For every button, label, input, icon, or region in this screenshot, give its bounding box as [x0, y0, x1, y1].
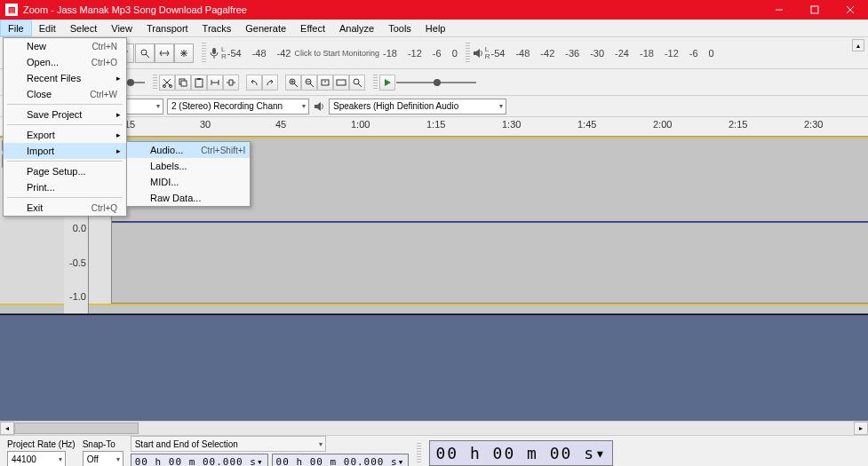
redo-icon[interactable]	[262, 75, 278, 91]
file-menu-item[interactable]: Import▸	[4, 143, 126, 159]
recording-meter[interactable]: -54-48-42 Click to Start Monitoring -18-…	[227, 48, 458, 59]
menu-select[interactable]: Select	[63, 20, 105, 36]
menubar: File Edit Select View Transport Tracks G…	[0, 20, 868, 37]
rec-channels-combo[interactable]: 2 (Stereo) Recording Chann	[167, 99, 309, 115]
lr-label: LR	[485, 46, 490, 60]
file-menu-item[interactable]: Recent Files▸	[4, 70, 126, 86]
close-button[interactable]	[832, 0, 868, 20]
selection-toolbar: Project Rate (Hz) 44100 Snap-To Off Star…	[0, 435, 868, 466]
file-menu-item[interactable]: Page Setup...	[4, 163, 126, 179]
svg-rect-11	[197, 78, 201, 80]
file-menu-item[interactable]: CloseCtrl+W	[4, 86, 126, 102]
import-submenu-dropdown: Audio...Ctrl+Shift+ILabels...MIDI...Raw …	[126, 141, 251, 207]
zoom-tool-icon[interactable]	[135, 43, 155, 63]
multi-tool-icon[interactable]	[174, 43, 194, 63]
vscroll-up-icon[interactable]: ▴	[852, 39, 864, 51]
zoom-in-icon[interactable]	[285, 75, 301, 91]
import-menu-item[interactable]: MIDI...	[127, 174, 250, 190]
window-title: Zoom - Jass Manak Mp3 Song Download Paga…	[23, 4, 761, 15]
menu-view[interactable]: View	[104, 20, 139, 36]
timeshift-tool-icon[interactable]	[155, 43, 174, 63]
scroll-thumb[interactable]	[14, 423, 139, 434]
menu-effect[interactable]: Effect	[293, 20, 332, 36]
menu-help[interactable]: Help	[418, 20, 453, 36]
svg-rect-15	[337, 80, 346, 85]
zoom-toggle-icon[interactable]	[349, 75, 365, 91]
file-menu-item[interactable]: Export▸	[4, 127, 126, 143]
svg-rect-10	[195, 79, 203, 87]
play-speed-slider[interactable]	[396, 82, 476, 83]
svg-rect-9	[181, 81, 187, 86]
empty-tracks-area[interactable]	[0, 314, 868, 421]
import-menu-item[interactable]: Raw Data...	[127, 190, 250, 206]
grip[interactable]	[153, 75, 157, 90]
project-rate-label: Project Rate (Hz)	[7, 439, 76, 449]
zoom-sel-icon[interactable]	[317, 75, 333, 91]
rec-meter-hint[interactable]: Click to Start Monitoring	[295, 49, 380, 58]
zoom-out-icon[interactable]	[301, 75, 317, 91]
toolbar-row1: LR -54-48-42 Click to Start Monitoring -…	[0, 37, 868, 69]
playback-device-combo[interactable]: Speakers (High Definition Audio	[329, 99, 506, 115]
titlebar: ▤ Zoom - Jass Manak Mp3 Song Download Pa…	[0, 0, 868, 20]
undo-icon[interactable]	[246, 75, 262, 91]
speaker-icon	[313, 100, 325, 113]
mic-icon	[208, 47, 220, 59]
toolbar-row2: ▴	[0, 69, 868, 96]
menu-transport[interactable]: Transport	[139, 20, 195, 36]
file-menu-dropdown: NewCtrl+NOpen...Ctrl+ORecent Files▸Close…	[3, 37, 127, 217]
cut-icon[interactable]	[159, 75, 175, 91]
lr-label: LR	[221, 46, 227, 60]
grip[interactable]	[373, 75, 378, 90]
paste-icon[interactable]	[191, 75, 207, 91]
speaker-icon	[472, 47, 484, 59]
play-at-speed-icon[interactable]	[379, 75, 395, 91]
svg-rect-14	[322, 80, 329, 85]
selection-end-time[interactable]: 00 h 00 m 00.000 s▾	[272, 454, 410, 466]
menu-edit[interactable]: Edit	[32, 20, 63, 36]
file-menu-item[interactable]: NewCtrl+N	[4, 38, 126, 54]
grip[interactable]	[202, 43, 206, 63]
horizontal-scrollbar[interactable]: ◂ ▸	[0, 421, 868, 435]
app-icon: ▤	[5, 4, 18, 16]
menu-analyze[interactable]: Analyze	[332, 20, 381, 36]
playback-meter[interactable]: -54-48-42-36-30-24-18-12-60	[491, 48, 714, 59]
menu-generate[interactable]: Generate	[238, 20, 293, 36]
trim-icon[interactable]	[207, 75, 223, 91]
grip[interactable]	[466, 43, 470, 63]
minimize-button[interactable]	[761, 0, 797, 20]
zoom-fit-icon[interactable]	[333, 75, 349, 91]
import-menu-item[interactable]: Audio...Ctrl+Shift+I	[127, 142, 250, 158]
file-menu-item[interactable]: Print...	[4, 179, 126, 195]
timeline-ruler[interactable]: 15 30 45 1:00 1:15 1:30 1:45 2:00 2:15 2…	[0, 117, 868, 137]
file-menu-item[interactable]: Save Project▸	[4, 107, 126, 122]
import-menu-item[interactable]: Labels...	[127, 158, 250, 174]
grip[interactable]	[417, 443, 421, 463]
audio-position-time[interactable]: 00 h 00 m 00 s▾	[429, 440, 613, 466]
file-menu-item[interactable]: Open...Ctrl+O	[4, 54, 126, 70]
snap-to-label: Snap-To	[83, 439, 123, 449]
scroll-left-icon[interactable]: ◂	[0, 422, 14, 435]
silence-icon[interactable]	[223, 75, 239, 91]
scroll-right-icon[interactable]: ▸	[854, 422, 868, 435]
selection-format-combo[interactable]: Start and End of Selection	[131, 436, 326, 452]
maximize-button[interactable]	[797, 0, 832, 20]
svg-point-6	[163, 84, 166, 87]
menu-file[interactable]: File	[0, 20, 32, 36]
svg-rect-4	[212, 48, 216, 54]
menu-tracks[interactable]: Tracks	[195, 20, 239, 36]
snap-to-combo[interactable]: Off	[83, 451, 123, 466]
project-rate-combo[interactable]: 44100	[7, 451, 66, 466]
selection-start-time[interactable]: 00 h 00 m 00.000 s▾	[131, 454, 268, 466]
menu-tools[interactable]: Tools	[381, 20, 418, 36]
file-menu-item[interactable]: ExitCtrl+Q	[4, 200, 126, 216]
copy-icon[interactable]	[175, 75, 191, 91]
device-toolbar: osoft Sound Mapper - Input 2 (Stereo) Re…	[0, 96, 868, 117]
svg-rect-0	[811, 6, 818, 13]
